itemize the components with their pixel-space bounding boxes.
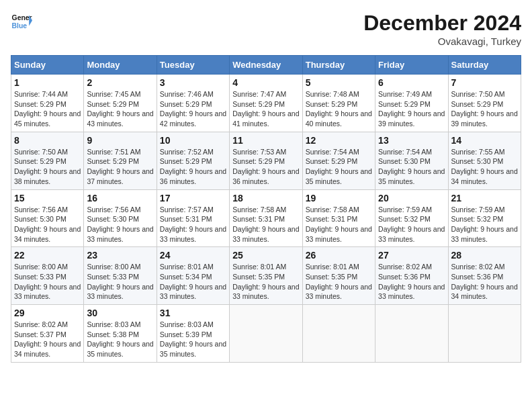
calendar-week-row: 22Sunrise: 8:00 AMSunset: 5:33 PMDayligh… <box>11 247 521 305</box>
calendar-day-cell: 8Sunrise: 7:50 AMSunset: 5:29 PMDaylight… <box>11 132 84 189</box>
day-info: Sunrise: 7:57 AMSunset: 5:31 PMDaylight:… <box>160 205 226 244</box>
day-number: 14 <box>451 135 518 146</box>
calendar-day-cell: 6Sunrise: 7:49 AMSunset: 5:29 PMDaylight… <box>375 75 448 132</box>
day-info: Sunrise: 8:00 AMSunset: 5:33 PMDaylight:… <box>14 262 81 302</box>
day-number: 18 <box>232 193 299 203</box>
day-number: 30 <box>87 308 153 318</box>
day-number: 9 <box>87 135 153 146</box>
calendar-day-cell: 12Sunrise: 7:54 AMSunset: 5:29 PMDayligh… <box>302 132 375 189</box>
day-number: 3 <box>160 77 226 88</box>
svg-text:Blue: Blue <box>12 22 28 30</box>
day-info: Sunrise: 7:48 AMSunset: 5:29 PMDaylight:… <box>306 89 372 129</box>
calendar-week-row: 8Sunrise: 7:50 AMSunset: 5:29 PMDaylight… <box>11 132 521 189</box>
calendar-day-cell: 4Sunrise: 7:47 AMSunset: 5:29 PMDaylight… <box>230 75 302 132</box>
calendar-day-cell: 2Sunrise: 7:45 AMSunset: 5:29 PMDaylight… <box>84 75 157 132</box>
day-info: Sunrise: 8:03 AMSunset: 5:38 PMDaylight:… <box>87 320 153 359</box>
day-info: Sunrise: 7:50 AMSunset: 5:29 PMDaylight:… <box>14 147 81 187</box>
day-info: Sunrise: 7:59 AMSunset: 5:32 PMDaylight:… <box>378 205 445 244</box>
logo-icon: General Blue <box>11 11 32 32</box>
calendar-day-cell <box>230 305 302 363</box>
month-title: December 2024 <box>363 11 521 36</box>
day-info: Sunrise: 7:53 AMSunset: 5:29 PMDaylight:… <box>232 147 299 187</box>
day-number: 28 <box>451 250 518 261</box>
day-number: 4 <box>232 77 299 88</box>
day-number: 6 <box>378 77 445 88</box>
calendar-day-cell: 22Sunrise: 8:00 AMSunset: 5:33 PMDayligh… <box>11 247 84 305</box>
day-number: 21 <box>451 193 518 203</box>
day-number: 1 <box>14 77 81 88</box>
day-info: Sunrise: 7:58 AMSunset: 5:31 PMDaylight:… <box>232 205 299 244</box>
day-number: 13 <box>378 135 445 146</box>
day-number: 22 <box>14 250 81 261</box>
weekday-header: Saturday <box>448 56 521 75</box>
day-info: Sunrise: 8:03 AMSunset: 5:39 PMDaylight:… <box>160 320 226 359</box>
calendar-day-cell <box>302 305 375 363</box>
day-info: Sunrise: 7:46 AMSunset: 5:29 PMDaylight:… <box>160 89 226 129</box>
calendar-day-cell: 15Sunrise: 7:56 AMSunset: 5:30 PMDayligh… <box>11 189 84 247</box>
calendar-day-cell: 29Sunrise: 8:02 AMSunset: 5:37 PMDayligh… <box>11 305 84 363</box>
calendar-day-cell: 25Sunrise: 8:01 AMSunset: 5:35 PMDayligh… <box>230 247 302 305</box>
calendar-day-cell: 20Sunrise: 7:59 AMSunset: 5:32 PMDayligh… <box>375 189 448 247</box>
day-number: 15 <box>14 193 81 203</box>
day-info: Sunrise: 7:44 AMSunset: 5:29 PMDaylight:… <box>14 89 81 129</box>
calendar-week-row: 29Sunrise: 8:02 AMSunset: 5:37 PMDayligh… <box>11 305 521 363</box>
calendar-day-cell: 3Sunrise: 7:46 AMSunset: 5:29 PMDaylight… <box>157 75 229 132</box>
weekday-header: Monday <box>84 56 157 75</box>
page-header: General Blue December 2024 Ovakavagi, Tu… <box>11 11 521 47</box>
day-number: 17 <box>160 193 226 203</box>
calendar-day-cell: 10Sunrise: 7:52 AMSunset: 5:29 PMDayligh… <box>157 132 229 189</box>
calendar-day-cell: 5Sunrise: 7:48 AMSunset: 5:29 PMDaylight… <box>302 75 375 132</box>
title-block: December 2024 Ovakavagi, Turkey <box>363 11 521 47</box>
calendar-day-cell: 14Sunrise: 7:55 AMSunset: 5:30 PMDayligh… <box>448 132 521 189</box>
weekday-header: Friday <box>375 56 448 75</box>
weekday-header: Wednesday <box>230 56 302 75</box>
day-number: 7 <box>451 77 518 88</box>
day-number: 12 <box>306 135 372 146</box>
day-number: 26 <box>306 250 372 261</box>
day-info: Sunrise: 8:02 AMSunset: 5:36 PMDaylight:… <box>451 262 518 302</box>
calendar-week-row: 15Sunrise: 7:56 AMSunset: 5:30 PMDayligh… <box>11 189 521 247</box>
day-number: 2 <box>87 77 153 88</box>
calendar-day-cell: 18Sunrise: 7:58 AMSunset: 5:31 PMDayligh… <box>230 189 302 247</box>
logo: General Blue <box>11 11 32 32</box>
calendar-day-cell <box>448 305 521 363</box>
day-info: Sunrise: 7:55 AMSunset: 5:30 PMDaylight:… <box>451 147 518 187</box>
day-info: Sunrise: 8:01 AMSunset: 5:34 PMDaylight:… <box>160 262 226 302</box>
day-number: 19 <box>306 193 372 203</box>
day-number: 27 <box>378 250 445 261</box>
calendar-day-cell: 21Sunrise: 7:59 AMSunset: 5:32 PMDayligh… <box>448 189 521 247</box>
day-info: Sunrise: 7:51 AMSunset: 5:29 PMDaylight:… <box>87 147 153 187</box>
calendar-day-cell: 7Sunrise: 7:50 AMSunset: 5:29 PMDaylight… <box>448 75 521 132</box>
day-info: Sunrise: 8:01 AMSunset: 5:35 PMDaylight:… <box>232 262 299 302</box>
day-number: 23 <box>87 250 153 261</box>
calendar-day-cell: 1Sunrise: 7:44 AMSunset: 5:29 PMDaylight… <box>11 75 84 132</box>
calendar-day-cell: 28Sunrise: 8:02 AMSunset: 5:36 PMDayligh… <box>448 247 521 305</box>
calendar-day-cell: 31Sunrise: 8:03 AMSunset: 5:39 PMDayligh… <box>157 305 229 363</box>
day-info: Sunrise: 7:54 AMSunset: 5:29 PMDaylight:… <box>306 147 372 187</box>
calendar-day-cell: 24Sunrise: 8:01 AMSunset: 5:34 PMDayligh… <box>157 247 229 305</box>
calendar-day-cell: 26Sunrise: 8:01 AMSunset: 5:35 PMDayligh… <box>302 247 375 305</box>
day-info: Sunrise: 8:00 AMSunset: 5:33 PMDaylight:… <box>87 262 153 302</box>
day-info: Sunrise: 7:49 AMSunset: 5:29 PMDaylight:… <box>378 89 445 129</box>
day-info: Sunrise: 8:02 AMSunset: 5:37 PMDaylight:… <box>14 320 81 359</box>
calendar-day-cell <box>375 305 448 363</box>
day-info: Sunrise: 7:59 AMSunset: 5:32 PMDaylight:… <box>451 205 518 244</box>
day-number: 5 <box>306 77 372 88</box>
calendar-table: SundayMondayTuesdayWednesdayThursdayFrid… <box>11 55 521 363</box>
weekday-header: Thursday <box>302 56 375 75</box>
day-info: Sunrise: 7:58 AMSunset: 5:31 PMDaylight:… <box>306 205 372 244</box>
day-info: Sunrise: 7:56 AMSunset: 5:30 PMDaylight:… <box>87 205 153 244</box>
calendar-week-row: 1Sunrise: 7:44 AMSunset: 5:29 PMDaylight… <box>11 75 521 132</box>
calendar-day-cell: 16Sunrise: 7:56 AMSunset: 5:30 PMDayligh… <box>84 189 157 247</box>
calendar-day-cell: 9Sunrise: 7:51 AMSunset: 5:29 PMDaylight… <box>84 132 157 189</box>
day-number: 31 <box>160 308 226 318</box>
day-number: 8 <box>14 135 81 146</box>
day-info: Sunrise: 8:01 AMSunset: 5:35 PMDaylight:… <box>306 262 372 302</box>
calendar-day-cell: 17Sunrise: 7:57 AMSunset: 5:31 PMDayligh… <box>157 189 229 247</box>
day-info: Sunrise: 8:02 AMSunset: 5:36 PMDaylight:… <box>378 262 445 302</box>
day-number: 29 <box>14 308 81 318</box>
calendar-day-cell: 13Sunrise: 7:54 AMSunset: 5:30 PMDayligh… <box>375 132 448 189</box>
calendar-day-cell: 27Sunrise: 8:02 AMSunset: 5:36 PMDayligh… <box>375 247 448 305</box>
calendar-day-cell: 23Sunrise: 8:00 AMSunset: 5:33 PMDayligh… <box>84 247 157 305</box>
day-number: 20 <box>378 193 445 203</box>
